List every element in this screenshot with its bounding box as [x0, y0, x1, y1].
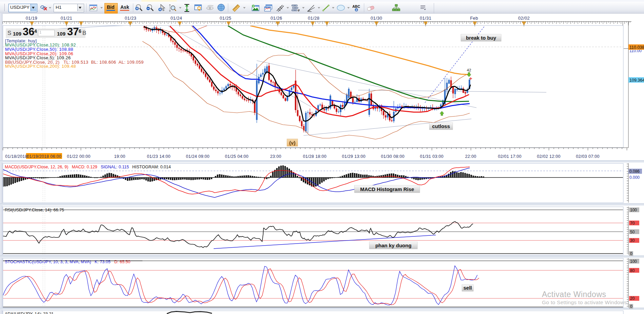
svg-text:80: 80 — [630, 268, 635, 273]
svg-text:01/28 18:00: 01/28 18:00 — [303, 154, 326, 159]
svg-text:phan ky duong: phan ky duong — [375, 243, 412, 248]
svg-text:Go to Settings to activate Win: Go to Settings to activate Windows. — [542, 299, 628, 305]
svg-text:01/21: 01/21 — [61, 16, 73, 21]
svg-text:01/23 14:00: 01/23 14:00 — [147, 154, 170, 159]
svg-text:01/19/2018 06:00: 01/19/2018 06:00 — [27, 154, 61, 159]
svg-text:23:00: 23:00 — [270, 154, 281, 159]
svg-text:01/28: 01/28 — [308, 16, 320, 21]
svg-text:01/22 00:00: 01/22 00:00 — [67, 154, 90, 159]
svg-text:STOCHASTIC(USD/JPY, 10, 3, 3,: STOCHASTIC(USD/JPY, 10, 3, 3, MVA, MVA) … — [5, 259, 111, 264]
svg-text:01/23: 01/23 — [125, 16, 137, 21]
svg-text:0.000: 0.000 — [629, 175, 640, 180]
svg-text:19:00: 19:00 — [114, 154, 125, 159]
svg-text:0: 0 — [630, 304, 632, 309]
svg-text:01/24 09:00: 01/24 09:00 — [186, 154, 209, 159]
svg-text:30: 30 — [630, 238, 635, 243]
svg-text:HISTOGRAM: 0.014: HISTOGRAM: 0.014 — [132, 165, 171, 169]
svg-text:01/29 13:00: 01/29 13:00 — [342, 154, 365, 159]
svg-text:Feb: Feb — [470, 16, 478, 21]
svg-text:sell: sell — [463, 285, 472, 291]
svg-text:01/18/2018: 01/18/2018 — [5, 154, 27, 159]
svg-text:0: 0 — [630, 251, 632, 256]
svg-text:100: 100 — [630, 259, 637, 264]
svg-text:70: 70 — [630, 221, 635, 226]
svg-text:01/31: 01/31 — [420, 16, 432, 21]
svg-text:D: 65.50: D: 65.50 — [114, 259, 130, 264]
svg-text:01/26: 01/26 — [271, 16, 282, 21]
svg-text:0.086: 0.086 — [629, 169, 640, 174]
svg-text:02/03 07:00: 02/03 07:00 — [576, 154, 599, 159]
svg-text:cutloss: cutloss — [432, 123, 450, 129]
svg-text:02/02: 02/02 — [518, 16, 530, 21]
svg-text:break to buy: break to buy — [466, 35, 496, 41]
svg-text:(v): (v) — [289, 140, 295, 146]
svg-text:01/30: 01/30 — [371, 16, 383, 21]
svg-text:42: 42 — [467, 68, 471, 72]
svg-text:01/25 04:00: 01/25 04:00 — [225, 154, 248, 159]
svg-text:SIGNAL: 0.115: SIGNAL: 0.115 — [101, 165, 129, 169]
svg-text:50: 50 — [630, 230, 635, 234]
svg-text:100: 100 — [630, 208, 637, 212]
svg-text:22:00: 22:00 — [465, 154, 476, 159]
svg-text:20: 20 — [630, 296, 635, 301]
svg-text:02/02 12:00: 02/02 12:00 — [537, 154, 560, 159]
svg-text:110.038: 110.038 — [629, 45, 644, 50]
svg-text:02/01 17:00: 02/01 17:00 — [498, 154, 521, 159]
svg-text:01/19: 01/19 — [26, 16, 38, 21]
svg-text:109.364: 109.364 — [629, 78, 644, 83]
svg-text:Activate Windows: Activate Windows — [542, 290, 606, 299]
svg-text:01/24: 01/24 — [171, 16, 182, 21]
svg-text:MACD(USD/JPY.Close, 12, 26, 9): MACD(USD/JPY.Close, 12, 26, 9) MACD: 0.1… — [5, 165, 97, 169]
svg-text:01/25: 01/25 — [220, 16, 232, 21]
svg-text:01/31 03:00: 01/31 03:00 — [420, 154, 443, 159]
svg-text:MACD Histogram Rise: MACD Histogram Rise — [360, 186, 414, 192]
svg-text:ADX(USD/JPY, 14): 23.21: ADX(USD/JPY, 14): 23.21 — [5, 312, 54, 314]
svg-text:01/30 08:00: 01/30 08:00 — [381, 154, 404, 159]
